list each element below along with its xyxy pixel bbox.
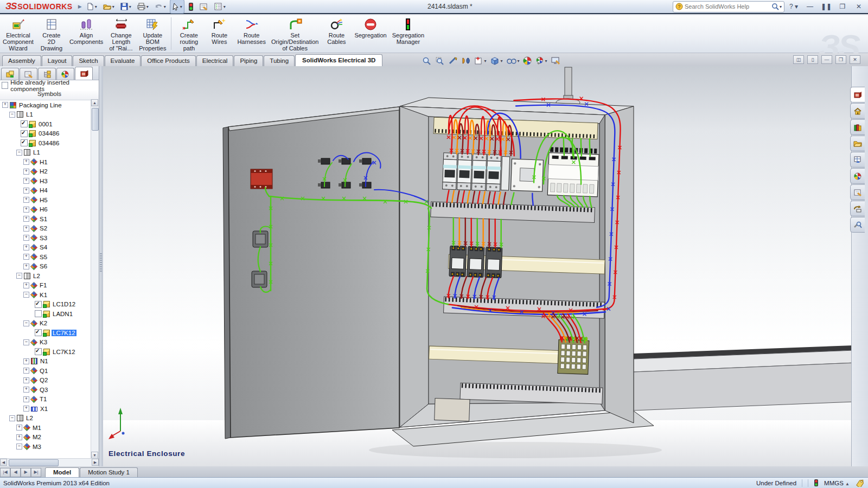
tree-expander[interactable]: + [23, 188, 29, 194]
route-wires-button[interactable]: Route Wires [204, 16, 234, 52]
command-tab[interactable]: Piping [234, 55, 263, 66]
section-view-icon[interactable] [461, 56, 470, 65]
tab-scroll-prev-icon[interactable]: ◀ [10, 468, 21, 477]
tree-checkbox[interactable] [35, 329, 42, 336]
change-length-button[interactable]: Change Length of "Rai… [106, 16, 136, 52]
tree-row[interactable]: + S2 [0, 224, 91, 234]
home-icon[interactable] [850, 103, 865, 119]
segregation-button[interactable]: Segregation [352, 16, 389, 52]
search-input[interactable] [684, 3, 771, 10]
child-restore-icon[interactable]: ❐ [835, 55, 846, 64]
vertical-scroll-thumb[interactable] [92, 108, 99, 131]
tree-checkbox[interactable] [21, 120, 28, 127]
tree-expander[interactable]: + [23, 396, 29, 402]
tree-checkbox[interactable] [35, 348, 42, 355]
tree-row[interactable]: + S3 [0, 233, 91, 243]
tree-checkbox[interactable] [21, 139, 28, 146]
tag-icon[interactable] [855, 479, 865, 487]
pane-single-icon[interactable]: ▯ [807, 55, 818, 64]
zoom-area-icon[interactable] [435, 56, 444, 65]
command-tab[interactable]: Office Products [141, 55, 195, 66]
notebook-icon[interactable] [197, 0, 210, 13]
tree-row[interactable]: + H1 [0, 157, 91, 167]
tree-expander[interactable]: + [23, 197, 29, 203]
tree-row[interactable]: − K3 [0, 338, 91, 348]
tree-row[interactable]: + X1 [0, 404, 91, 414]
tree-expander[interactable]: − [16, 150, 22, 156]
command-tab[interactable]: Electrical [196, 55, 234, 66]
command-tab[interactable]: Tubing [264, 55, 295, 66]
tab-scroll-next-icon[interactable]: ▶ [21, 468, 31, 477]
view-palette-icon[interactable] [850, 152, 865, 168]
tree-expander[interactable]: + [23, 406, 29, 412]
create-routing-path-button[interactable]: Create routing path [174, 16, 204, 52]
search-dropdown-arrow[interactable]: ▾ [780, 4, 782, 9]
tree-vertical-scrollbar[interactable]: ▲ ▼ [91, 99, 99, 459]
tree-row[interactable]: − L2 [0, 271, 91, 281]
tree-row[interactable]: + Q3 [0, 385, 91, 395]
minimize-button[interactable]: — [803, 2, 817, 11]
select-cursor-button[interactable]: ▾ [170, 0, 184, 14]
scroll-left-arrow[interactable]: ◀ [0, 459, 7, 466]
horizontal-scroll-thumb[interactable] [9, 459, 59, 466]
tree-expander[interactable]: + [23, 358, 29, 364]
tree-row[interactable]: − L1 [0, 148, 91, 158]
tree-horizontal-scrollbar[interactable]: ◀ ▶ [0, 458, 99, 466]
tree-row[interactable]: + Q1 [0, 366, 91, 376]
tree-row[interactable]: + M2 [0, 433, 91, 442]
window-pane-button[interactable]: ❚❚ [819, 2, 833, 11]
document-view-tab[interactable]: Model [45, 467, 79, 477]
file-explorer-icon[interactable] [850, 136, 865, 151]
tree-row[interactable]: − L2 [0, 414, 91, 423]
tree-row[interactable]: + S5 [0, 252, 91, 262]
tree-row[interactable]: − K1 [0, 290, 91, 300]
tab-scroll-first-icon[interactable]: |◀ [0, 468, 10, 477]
electrical-content-icon[interactable] [850, 87, 865, 102]
tree-row[interactable]: LC7K12 [0, 328, 91, 338]
tree-row[interactable]: + H3 [0, 176, 91, 186]
tree-expander[interactable]: + [23, 377, 29, 383]
tree-expander[interactable]: + [23, 387, 29, 393]
tree-expander[interactable]: − [9, 415, 15, 421]
tree-row[interactable]: + H2 [0, 167, 91, 177]
custom-properties-icon[interactable] [850, 184, 865, 200]
tree-expander[interactable]: − [16, 444, 22, 450]
tree-checkbox[interactable] [35, 310, 42, 317]
tree-row[interactable]: + S4 [0, 243, 91, 253]
tree-expander[interactable]: + [23, 245, 29, 251]
tree-expander[interactable]: + [23, 169, 29, 175]
search-tools-icon[interactable] [850, 217, 865, 233]
tree-row[interactable]: + F1 [0, 281, 91, 291]
tree-expander[interactable]: − [16, 273, 22, 279]
appearance-tab-icon[interactable] [56, 68, 74, 80]
route-harnesses-button[interactable]: Route Harnesses [234, 16, 269, 52]
tree-row[interactable]: + T1 [0, 395, 91, 404]
tree-row[interactable]: + S6 [0, 262, 91, 272]
tree-row[interactable]: + H5 [0, 195, 91, 205]
tree-row[interactable]: − K2 [0, 319, 91, 329]
tree-expander[interactable]: + [23, 264, 29, 269]
document-view-tab[interactable]: Motion Study 1 [80, 467, 138, 477]
align-components-button[interactable]: Align Components [67, 16, 106, 52]
electrical-parts-tab-icon[interactable] [75, 67, 93, 80]
tree-expander[interactable]: + [23, 216, 29, 222]
appearances-scenes-icon[interactable] [850, 168, 865, 184]
view-orientation-icon[interactable]: ▾ [474, 56, 486, 65]
electrical-component-wizard-button[interactable]: Electrical Component Wizard [0, 16, 36, 52]
save-button[interactable]: ▾ [118, 0, 133, 13]
tree-row[interactable]: + M1 [0, 423, 91, 433]
tree-row[interactable]: + H6 [0, 205, 91, 215]
new-file-button[interactable]: ▾ [84, 0, 99, 13]
tree-expander[interactable]: − [23, 292, 29, 298]
options-list-button[interactable]: ▾ [212, 0, 227, 13]
undo-button[interactable]: ▾ [152, 0, 168, 13]
graphics-viewport[interactable]: Electrical Enclosure [103, 66, 868, 466]
create-2d-drawing-button[interactable]: Create 2D Drawing [36, 16, 67, 52]
logo-expand-arrow[interactable]: ▶ [78, 4, 82, 9]
properties-tab-icon[interactable] [20, 68, 37, 80]
update-bom-properties-button[interactable]: Update BOM Properties [136, 16, 169, 52]
tree-row[interactable]: − M3 [0, 442, 91, 452]
status-traffic-light-icon[interactable] [814, 479, 819, 487]
tree-row[interactable]: LC1D12 [0, 300, 91, 310]
open-button[interactable]: ▾ [101, 0, 116, 13]
